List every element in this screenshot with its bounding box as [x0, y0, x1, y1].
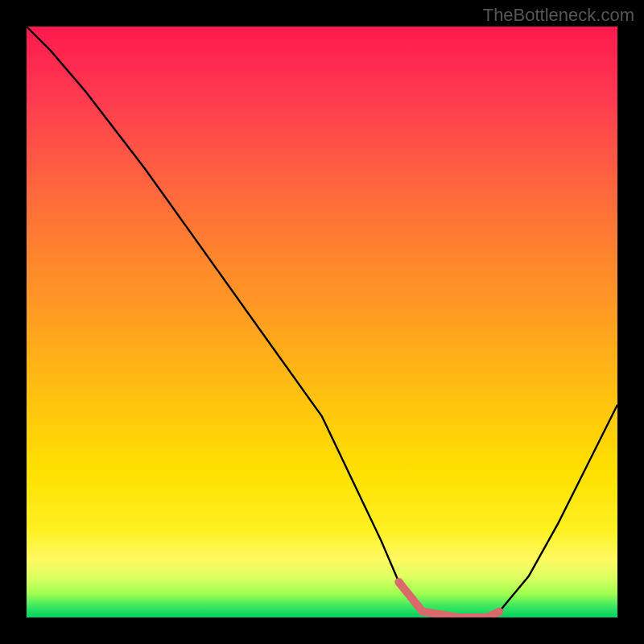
- watermark-label: TheBottleneck.com: [483, 5, 634, 26]
- bottleneck-curve: [27, 27, 617, 617]
- chart-area: [27, 27, 617, 617]
